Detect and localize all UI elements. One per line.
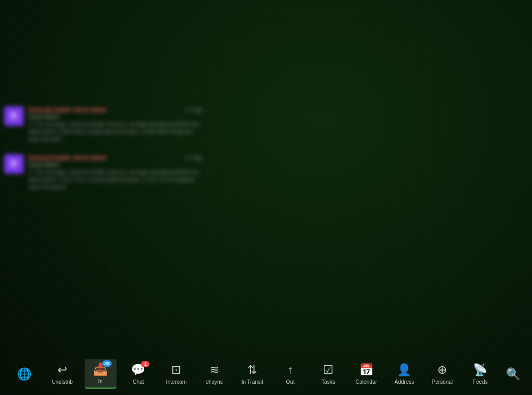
taskbar-search[interactable]: 🔍 [502,364,523,384]
avatar: D [4,106,23,126]
taskbar-intercom-label: Intercom [166,379,187,385]
taskbar-address-label: Address [395,379,414,385]
in-transit-icon: ⇅ [247,363,257,377]
list-item[interactable]: D External health check failed 1 h ago D… [0,101,207,149]
taskbar-intercom[interactable]: ⊡ Intercom [160,360,192,388]
taskbar-in-transit[interactable]: ⇅ In Transit [236,360,268,388]
taskbar-feeds-label: Feeds [473,379,488,385]
taskbar-chat-label: Chat [132,379,144,385]
taskbar-globe[interactable]: 🌐 [9,364,40,384]
taskbar-feeds[interactable]: 📡 Feeds [464,360,496,388]
message-content: External health check failed 1 h ago Dav… [29,106,203,143]
message-header: External health check failed 1 h ago [29,106,203,113]
address-icon: 👤 [397,363,411,377]
feeds-icon: 📡 [473,363,487,377]
tasks-icon: ☑ [323,363,334,377]
taskbar-undistrib-label: Undistrib [52,379,72,385]
taskbar-out-label: Out [286,379,295,385]
taskbar-search-icon: 🔍 [506,367,520,381]
message-preview: 1. Full message: External health check t… [29,121,203,143]
message-time: 1 h ago [185,155,203,161]
inbox-icon: 📥 38 [93,363,107,376]
taskbar-personal[interactable]: ⊕ Personal [426,360,458,388]
globe-icon: 🌐 [17,367,31,381]
taskbar-address[interactable]: 👤 Address [388,360,420,388]
list-item[interactable]: D External health check failed 1 h ago D… [0,149,207,197]
taskbar-calendar-label: Calendar [355,379,377,385]
taskbar-chat[interactable]: 💬 1 Chat [122,360,154,388]
taskbar-tasks[interactable]: ☑ Tasks [312,360,344,388]
app-container: david334 Realtime... 👤 ⊡ ─ ❐ ✕ Tobit Sof… [0,0,532,395]
taskbar-in-label: In [98,378,102,384]
calendar-icon: 📅 [359,363,373,377]
message-content: External health check failed 1 h ago Dav… [29,154,203,191]
taskbar-chayns[interactable]: ≋ chayns [198,360,230,388]
message-sender: David Makofi [29,114,203,120]
background [0,0,532,395]
taskbar-tasks-label: Tasks [321,379,335,385]
out-icon: ↑ [287,363,293,377]
taskbar-undistrib[interactable]: ↩ Undistrib [46,360,78,388]
taskbar-calendar[interactable]: 📅 Calendar [351,360,383,388]
message-sender: David Makofi [29,162,203,168]
chayns-icon: ≋ [210,363,219,377]
avatar: D [4,154,23,174]
taskbar-in[interactable]: 📥 38 In [85,359,117,389]
message-time: 1 h ago [185,107,203,113]
message-subject: External health check failed [29,106,106,113]
in-badge: 38 [102,360,112,367]
message-header: External health check failed 1 h ago [29,154,203,161]
taskbar-out[interactable]: ↑ Out [275,360,306,388]
taskbar-in-transit-label: In Transit [242,379,263,385]
undistrib-icon: ↩ [57,363,67,377]
message-preview: 1. Full message: External health check t… [29,169,203,191]
chat-badge: 1 [141,361,149,367]
message-subject: External health check failed [29,154,106,161]
personal-icon: ⊕ [437,363,447,377]
chat-icon: 💬 1 [131,363,145,377]
taskbar-personal-label: Personal [432,379,453,385]
intercom-icon: ⊡ [171,363,181,377]
taskbar-chayns-label: chayns [206,379,223,385]
